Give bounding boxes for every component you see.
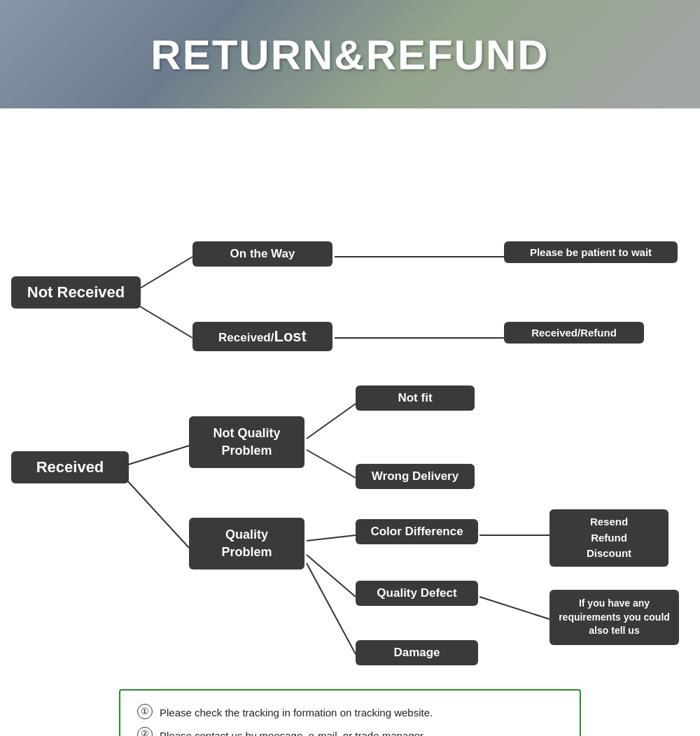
- note-item-1: ① Please check the tracking in formation…: [137, 703, 563, 723]
- svg-line-12: [479, 597, 550, 619]
- svg-line-7: [307, 450, 356, 478]
- svg-line-6: [307, 404, 356, 439]
- received-lost-text: Received/Lost: [218, 327, 307, 346]
- note-num-1: ①: [137, 704, 153, 719]
- chart-container: Not Received On the Way Received/Lost Pl…: [7, 122, 693, 682]
- note-text-1: Please check the tracking in formation o…: [160, 703, 563, 723]
- received-lost-node: Received/Lost: [192, 322, 332, 351]
- damage-node: Damage: [356, 640, 478, 665]
- please-be-patient-node: Please be patient to wait: [504, 241, 678, 263]
- note-text-2: Please contact us by meesage, e-mail, or…: [160, 726, 563, 737]
- notes-box: ① Please check the tracking in formation…: [119, 689, 581, 736]
- quality-problem-node: Quality Problem: [189, 518, 304, 569]
- received-node: Received: [11, 451, 129, 483]
- resend-refund-discount-node: Resend Refund Discount: [550, 509, 668, 567]
- color-difference-node: Color Difference: [356, 519, 478, 544]
- svg-line-8: [307, 535, 356, 541]
- main-content: Not Received On the Way Received/Lost Pl…: [0, 108, 700, 736]
- note-item-2: ② Please contact us by meesage, e-mail, …: [137, 726, 563, 737]
- svg-line-5: [126, 479, 189, 548]
- wrong-delivery-node: Wrong Delivery: [356, 464, 475, 489]
- requirements-node: If you have any requirements you could a…: [550, 590, 679, 645]
- svg-line-4: [126, 446, 189, 465]
- note-num-2: ②: [137, 727, 153, 737]
- not-received-node: Not Received: [11, 276, 141, 309]
- on-the-way-node: On the Way: [192, 241, 332, 267]
- svg-line-10: [307, 563, 356, 654]
- not-fit-node: Not fit: [356, 385, 475, 411]
- received-refund-node: Received/Refund: [504, 322, 644, 344]
- page-header: RETURN&REFUND: [0, 0, 700, 108]
- not-quality-problem-node: Not Quality Problem: [189, 416, 304, 468]
- flowchart: Not Received On the Way Received/Lost Pl…: [7, 122, 693, 682]
- svg-line-0: [136, 257, 192, 290]
- svg-line-1: [136, 304, 192, 338]
- svg-line-9: [307, 555, 356, 597]
- page-title: RETURN&REFUND: [150, 30, 549, 78]
- quality-defect-node: Quality Defect: [356, 581, 478, 606]
